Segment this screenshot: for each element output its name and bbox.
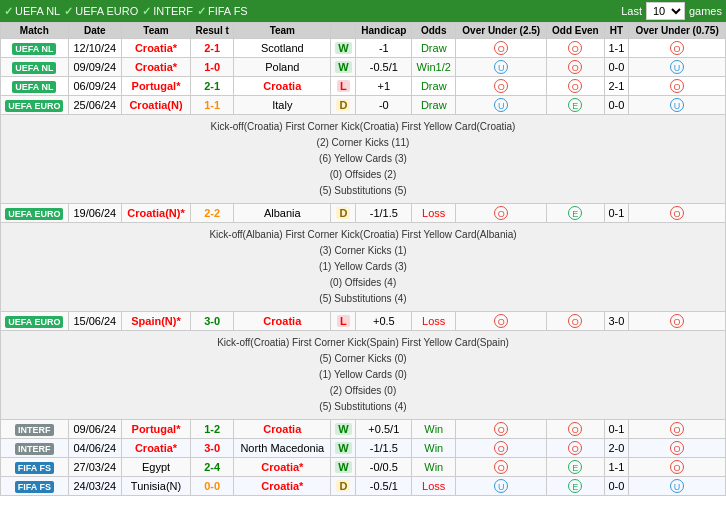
oe-indicator: E bbox=[568, 98, 582, 112]
ht-cell: 0-0 bbox=[604, 58, 629, 77]
oe-indicator: E bbox=[568, 460, 582, 474]
table-row: INTERF 09/06/24 Portugal* 1-2 Croatia W … bbox=[1, 420, 726, 439]
odds-cell: Win bbox=[412, 420, 456, 439]
wdl-badge: W bbox=[335, 442, 351, 454]
ht-ou-indicator: U bbox=[670, 60, 684, 74]
wdl-cell: L bbox=[331, 77, 356, 96]
comp-tag: UEFA EURO bbox=[5, 100, 63, 112]
team1-cell: Croatia* bbox=[122, 58, 191, 77]
ht-cell: 0-0 bbox=[604, 477, 629, 496]
oe-indicator: O bbox=[568, 422, 582, 436]
col-result: Resul t bbox=[191, 23, 234, 39]
ou-indicator: U bbox=[494, 98, 508, 112]
date-cell: 27/03/24 bbox=[68, 458, 121, 477]
table-header: Match Date Team Resul t Team Handicap Od… bbox=[1, 23, 726, 39]
over-under-cell: U bbox=[456, 96, 547, 115]
team1-cell: Tunisia(N) bbox=[122, 477, 191, 496]
date-cell: 19/06/24 bbox=[68, 204, 121, 223]
team1-cell: Portugal* bbox=[122, 77, 191, 96]
ht-cell: 2-0 bbox=[604, 439, 629, 458]
col-over-under-075: Over Under (0.75) bbox=[629, 23, 726, 39]
table-row: UEFA EURO 15/06/24 Spain(N)* 3-0 Croatia… bbox=[1, 312, 726, 331]
col-wdl bbox=[331, 23, 356, 39]
odd-even-cell: E bbox=[547, 458, 604, 477]
ou-indicator: O bbox=[494, 41, 508, 55]
last-games-select[interactable]: 10 20 5 bbox=[646, 2, 685, 20]
ht-ou-cell: O bbox=[629, 458, 726, 477]
over-under-cell: O bbox=[456, 204, 547, 223]
odds-cell: Draw bbox=[412, 96, 456, 115]
ht-cell: 0-1 bbox=[604, 204, 629, 223]
ht-ou-cell: O bbox=[629, 77, 726, 96]
handicap-cell: -0/0.5 bbox=[356, 458, 412, 477]
result-cell: 2-4 bbox=[191, 458, 234, 477]
over-under-cell: O bbox=[456, 312, 547, 331]
table-row: UEFA NL 12/10/24 Croatia* 2-1 Scotland W… bbox=[1, 39, 726, 58]
comp-cell: INTERF bbox=[1, 420, 69, 439]
ht-ou-cell: U bbox=[629, 58, 726, 77]
date-cell: 24/03/24 bbox=[68, 477, 121, 496]
result-cell: 2-2 bbox=[191, 204, 234, 223]
over-under-cell: U bbox=[456, 58, 547, 77]
wdl-cell: D bbox=[331, 477, 356, 496]
ht-ou-indicator: O bbox=[670, 206, 684, 220]
date-cell: 12/10/24 bbox=[68, 39, 121, 58]
filter-fifa-fs[interactable]: ✓ FIFA FS bbox=[197, 5, 248, 18]
ht-cell: 1-1 bbox=[604, 458, 629, 477]
col-odds: Odds bbox=[412, 23, 456, 39]
result-cell: 2-1 bbox=[191, 77, 234, 96]
comp-cell: UEFA NL bbox=[1, 58, 69, 77]
wdl-badge: L bbox=[337, 80, 350, 92]
team1-cell: Spain(N)* bbox=[122, 312, 191, 331]
team1-cell: Croatia(N) bbox=[122, 96, 191, 115]
odd-even-cell: O bbox=[547, 77, 604, 96]
ou-indicator: O bbox=[494, 441, 508, 455]
ou-indicator: O bbox=[494, 422, 508, 436]
team1-cell: Croatia(N)* bbox=[122, 204, 191, 223]
comp-cell: UEFA EURO bbox=[1, 96, 69, 115]
odds-cell: Win bbox=[412, 439, 456, 458]
handicap-cell: -0.5/1 bbox=[356, 477, 412, 496]
comp-tag: FIFA FS bbox=[15, 462, 54, 474]
ht-ou-cell: O bbox=[629, 204, 726, 223]
comp-cell: UEFA EURO bbox=[1, 312, 69, 331]
wdl-badge: D bbox=[336, 480, 350, 492]
ht-cell: 0-1 bbox=[604, 420, 629, 439]
filter-interf[interactable]: ✓ INTERF bbox=[142, 5, 193, 18]
table-row: UEFA NL 06/09/24 Portugal* 2-1 Croatia L… bbox=[1, 77, 726, 96]
result-cell: 1-1 bbox=[191, 96, 234, 115]
ht-ou-indicator: O bbox=[670, 441, 684, 455]
ht-ou-indicator: U bbox=[670, 98, 684, 112]
ht-ou-cell: U bbox=[629, 477, 726, 496]
date-cell: 04/06/24 bbox=[68, 439, 121, 458]
comp-cell: UEFA NL bbox=[1, 39, 69, 58]
odd-even-cell: E bbox=[547, 477, 604, 496]
ou-indicator: O bbox=[494, 79, 508, 93]
col-match: Match bbox=[1, 23, 69, 39]
ou-indicator: O bbox=[494, 206, 508, 220]
wdl-badge: L bbox=[337, 315, 350, 327]
ht-cell: 0-0 bbox=[604, 96, 629, 115]
team2-cell: Croatia bbox=[234, 312, 331, 331]
col-over-under-25: Over Under (2.5) bbox=[456, 23, 547, 39]
team2-cell: Croatia* bbox=[234, 477, 331, 496]
wdl-badge: W bbox=[335, 42, 351, 54]
table-row: UEFA NL 09/09/24 Croatia* 1-0 Poland W -… bbox=[1, 58, 726, 77]
over-under-cell: O bbox=[456, 39, 547, 58]
handicap-cell: +0.5 bbox=[356, 312, 412, 331]
ou-indicator: O bbox=[494, 460, 508, 474]
over-under-cell: O bbox=[456, 77, 547, 96]
team1-cell: Croatia* bbox=[122, 439, 191, 458]
filter-uefa-euro[interactable]: ✓ UEFA EURO bbox=[64, 5, 138, 18]
wdl-cell: W bbox=[331, 439, 356, 458]
date-cell: 06/09/24 bbox=[68, 77, 121, 96]
team1-cell: Egypt bbox=[122, 458, 191, 477]
comp-tag: UEFA EURO bbox=[5, 208, 63, 220]
wdl-badge: W bbox=[335, 423, 351, 435]
comp-tag: INTERF bbox=[15, 443, 54, 455]
col-handicap: Handicap bbox=[356, 23, 412, 39]
filter-uefa-nl[interactable]: ✓ UEFA NL bbox=[4, 5, 60, 18]
odd-even-cell: O bbox=[547, 312, 604, 331]
wdl-cell: L bbox=[331, 312, 356, 331]
col-team2: Team bbox=[234, 23, 331, 39]
